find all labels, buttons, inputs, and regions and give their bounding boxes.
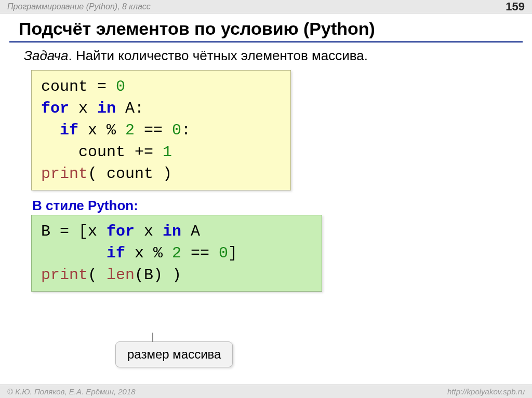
python-style-label: В стиле Python: — [32, 198, 532, 214]
callout-array-size: размер массива — [115, 341, 233, 367]
task-label: Задача — [24, 48, 68, 63]
footer-bar: © К.Ю. Поляков, Е.А. Ерёмин, 2018 http:/… — [0, 385, 532, 398]
slide-title: Подсчёт элементов по условию (Python) — [0, 13, 532, 41]
code-block-1: count = 0for x in A: if x % 2 == 0: coun… — [31, 70, 291, 190]
page-number: 159 — [506, 0, 525, 13]
footer-copyright: © К.Ю. Поляков, Е.А. Ерёмин, 2018 — [7, 387, 136, 396]
code-block-2: B = [x for x in A if x % 2 == 0]print( l… — [31, 215, 322, 292]
footer-url: http://kpolyakov.spb.ru — [447, 387, 525, 396]
task-line: Задача. Найти количество чётных элементо… — [0, 48, 532, 70]
task-text: . Найти количество чётных элементов масс… — [68, 48, 368, 63]
header-bar: Программирование (Python), 8 класс 159 — [0, 0, 532, 13]
title-underline — [9, 41, 523, 43]
course-label: Программирование (Python), 8 класс — [7, 2, 151, 11]
